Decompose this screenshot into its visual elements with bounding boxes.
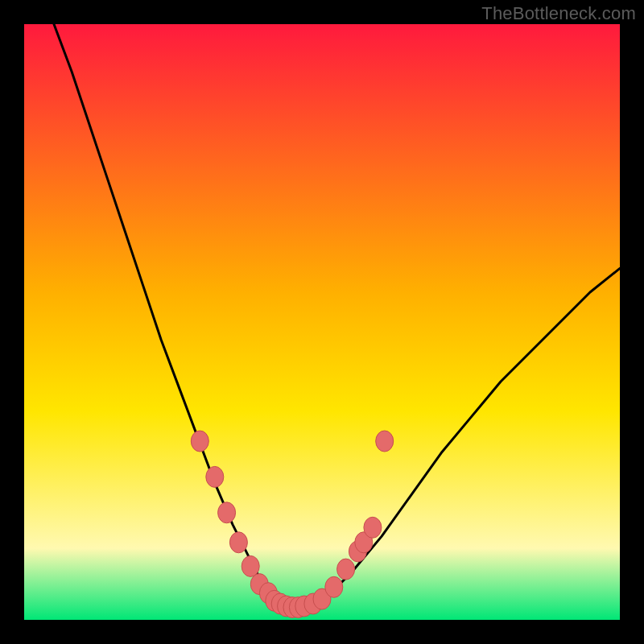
highlighted-point	[229, 532, 247, 553]
highlighted-point	[242, 555, 259, 576]
highlighted-point	[191, 431, 208, 452]
chart-svg	[24, 24, 620, 620]
highlighted-point	[325, 576, 343, 597]
attribution-watermark: TheBottleneck.com	[481, 3, 636, 24]
gradient-background	[24, 24, 620, 620]
highlighted-point	[206, 466, 224, 487]
highlighted-point	[218, 502, 236, 523]
highlighted-point	[337, 559, 355, 580]
plot-area	[24, 24, 620, 620]
highlighted-point	[376, 431, 394, 452]
highlighted-point	[364, 517, 382, 538]
chart-outer-frame: TheBottleneck.com	[0, 0, 644, 644]
